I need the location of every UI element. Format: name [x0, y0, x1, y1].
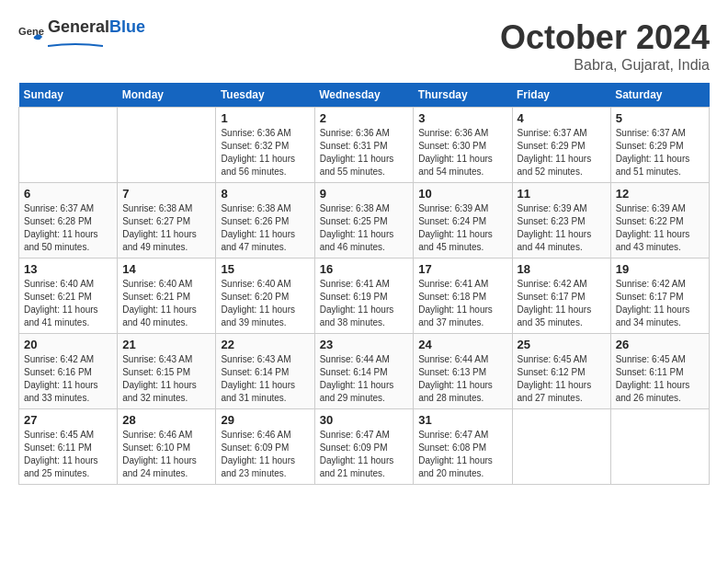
day-number: 17 — [418, 262, 506, 276]
logo: General GeneralBlue — [18, 18, 145, 53]
day-info: Sunrise: 6:36 AM Sunset: 6:30 PM Dayligh… — [418, 127, 506, 178]
month-title: October 2024 — [500, 18, 710, 57]
calendar-cell — [512, 409, 610, 485]
day-number: 28 — [122, 413, 210, 427]
calendar-week-5: 27Sunrise: 6:45 AM Sunset: 6:11 PM Dayli… — [19, 409, 710, 485]
day-number: 10 — [418, 187, 506, 201]
calendar-cell: 20Sunrise: 6:42 AM Sunset: 6:16 PM Dayli… — [19, 334, 118, 409]
day-number: 29 — [221, 413, 309, 427]
calendar-cell — [118, 108, 216, 183]
day-number: 20 — [24, 338, 112, 351]
day-number: 5 — [616, 111, 704, 125]
day-number: 6 — [24, 187, 112, 201]
day-info: Sunrise: 6:40 AM Sunset: 6:21 PM Dayligh… — [122, 278, 210, 329]
day-info: Sunrise: 6:42 AM Sunset: 6:16 PM Dayligh… — [24, 353, 112, 405]
page-header: General GeneralBlue October 2024 Babra, … — [18, 18, 710, 74]
day-number: 9 — [320, 187, 409, 201]
calendar-cell: 2Sunrise: 6:36 AM Sunset: 6:31 PM Daylig… — [314, 108, 414, 183]
calendar-cell: 3Sunrise: 6:36 AM Sunset: 6:30 PM Daylig… — [414, 108, 512, 183]
day-info: Sunrise: 6:38 AM Sunset: 6:25 PM Dayligh… — [320, 202, 409, 254]
calendar-cell — [19, 108, 118, 183]
calendar-cell: 13Sunrise: 6:40 AM Sunset: 6:21 PM Dayli… — [19, 259, 118, 334]
day-number: 21 — [122, 338, 210, 351]
logo-general: General — [48, 17, 109, 36]
day-number: 14 — [122, 262, 210, 276]
day-info: Sunrise: 6:39 AM Sunset: 6:23 PM Dayligh… — [518, 202, 606, 254]
day-info: Sunrise: 6:38 AM Sunset: 6:27 PM Dayligh… — [122, 202, 210, 254]
day-info: Sunrise: 6:44 AM Sunset: 6:14 PM Dayligh… — [320, 353, 409, 405]
calendar-week-3: 13Sunrise: 6:40 AM Sunset: 6:21 PM Dayli… — [19, 259, 710, 334]
day-number: 25 — [518, 338, 606, 351]
day-number: 24 — [418, 338, 506, 351]
day-number: 26 — [616, 338, 704, 351]
calendar-cell: 9Sunrise: 6:38 AM Sunset: 6:25 PM Daylig… — [314, 183, 414, 259]
weekday-header-row: SundayMondayTuesdayWednesdayThursdayFrid… — [19, 83, 710, 108]
day-info: Sunrise: 6:45 AM Sunset: 6:11 PM Dayligh… — [24, 429, 112, 480]
calendar-week-1: 1Sunrise: 6:36 AM Sunset: 6:32 PM Daylig… — [19, 108, 710, 183]
calendar-cell: 25Sunrise: 6:45 AM Sunset: 6:12 PM Dayli… — [512, 334, 610, 409]
weekday-header-wednesday: Wednesday — [314, 83, 414, 108]
day-info: Sunrise: 6:39 AM Sunset: 6:24 PM Dayligh… — [418, 202, 506, 254]
day-number: 23 — [320, 338, 409, 351]
title-block: October 2024 Babra, Gujarat, India — [500, 18, 710, 74]
calendar-cell: 26Sunrise: 6:45 AM Sunset: 6:11 PM Dayli… — [610, 334, 709, 409]
weekday-header-sunday: Sunday — [19, 83, 118, 108]
calendar-week-2: 6Sunrise: 6:37 AM Sunset: 6:28 PM Daylig… — [19, 183, 710, 259]
calendar-cell: 24Sunrise: 6:44 AM Sunset: 6:13 PM Dayli… — [414, 334, 512, 409]
calendar-cell: 23Sunrise: 6:44 AM Sunset: 6:14 PM Dayli… — [314, 334, 414, 409]
day-info: Sunrise: 6:36 AM Sunset: 6:32 PM Dayligh… — [221, 127, 309, 178]
day-info: Sunrise: 6:37 AM Sunset: 6:29 PM Dayligh… — [616, 127, 704, 178]
day-number: 31 — [418, 413, 506, 427]
day-number: 8 — [221, 187, 309, 201]
day-info: Sunrise: 6:41 AM Sunset: 6:19 PM Dayligh… — [320, 278, 409, 329]
calendar-cell: 1Sunrise: 6:36 AM Sunset: 6:32 PM Daylig… — [216, 108, 314, 183]
day-info: Sunrise: 6:40 AM Sunset: 6:21 PM Dayligh… — [24, 278, 112, 329]
day-info: Sunrise: 6:36 AM Sunset: 6:31 PM Dayligh… — [320, 127, 409, 178]
day-number: 7 — [122, 187, 210, 201]
calendar-cell: 18Sunrise: 6:42 AM Sunset: 6:17 PM Dayli… — [512, 259, 610, 334]
day-info: Sunrise: 6:40 AM Sunset: 6:20 PM Dayligh… — [221, 278, 309, 329]
calendar-table: SundayMondayTuesdayWednesdayThursdayFrid… — [18, 83, 710, 485]
day-info: Sunrise: 6:37 AM Sunset: 6:29 PM Dayligh… — [518, 127, 606, 178]
day-number: 11 — [518, 187, 606, 201]
calendar-cell: 16Sunrise: 6:41 AM Sunset: 6:19 PM Dayli… — [314, 259, 414, 334]
day-number: 13 — [24, 262, 112, 276]
calendar-cell: 15Sunrise: 6:40 AM Sunset: 6:20 PM Dayli… — [216, 259, 314, 334]
day-number: 18 — [518, 262, 606, 276]
day-info: Sunrise: 6:41 AM Sunset: 6:18 PM Dayligh… — [418, 278, 506, 329]
day-info: Sunrise: 6:42 AM Sunset: 6:17 PM Dayligh… — [518, 278, 606, 329]
day-info: Sunrise: 6:46 AM Sunset: 6:09 PM Dayligh… — [221, 429, 309, 480]
logo-swoosh — [48, 42, 103, 50]
day-number: 4 — [518, 111, 606, 125]
calendar-cell: 12Sunrise: 6:39 AM Sunset: 6:22 PM Dayli… — [610, 183, 709, 259]
calendar-cell — [610, 409, 709, 485]
day-info: Sunrise: 6:45 AM Sunset: 6:12 PM Dayligh… — [518, 353, 606, 405]
calendar-cell: 27Sunrise: 6:45 AM Sunset: 6:11 PM Dayli… — [19, 409, 118, 485]
day-info: Sunrise: 6:47 AM Sunset: 6:09 PM Dayligh… — [320, 429, 409, 480]
calendar-cell: 14Sunrise: 6:40 AM Sunset: 6:21 PM Dayli… — [118, 259, 216, 334]
calendar-cell: 28Sunrise: 6:46 AM Sunset: 6:10 PM Dayli… — [118, 409, 216, 485]
day-info: Sunrise: 6:46 AM Sunset: 6:10 PM Dayligh… — [122, 429, 210, 480]
location-title: Babra, Gujarat, India — [500, 57, 710, 74]
day-number: 19 — [616, 262, 704, 276]
calendar-cell: 7Sunrise: 6:38 AM Sunset: 6:27 PM Daylig… — [118, 183, 216, 259]
calendar-cell: 31Sunrise: 6:47 AM Sunset: 6:08 PM Dayli… — [414, 409, 512, 485]
calendar-cell: 5Sunrise: 6:37 AM Sunset: 6:29 PM Daylig… — [610, 108, 709, 183]
calendar-cell: 6Sunrise: 6:37 AM Sunset: 6:28 PM Daylig… — [19, 183, 118, 259]
day-number: 30 — [320, 413, 409, 427]
logo-icon: General — [18, 23, 44, 49]
day-info: Sunrise: 6:38 AM Sunset: 6:26 PM Dayligh… — [221, 202, 309, 254]
calendar-cell: 4Sunrise: 6:37 AM Sunset: 6:29 PM Daylig… — [512, 108, 610, 183]
day-number: 3 — [418, 111, 506, 125]
day-number: 22 — [221, 338, 309, 351]
calendar-cell: 22Sunrise: 6:43 AM Sunset: 6:14 PM Dayli… — [216, 334, 314, 409]
calendar-cell: 19Sunrise: 6:42 AM Sunset: 6:17 PM Dayli… — [610, 259, 709, 334]
day-number: 27 — [24, 413, 112, 427]
day-info: Sunrise: 6:43 AM Sunset: 6:15 PM Dayligh… — [122, 353, 210, 405]
calendar-cell: 10Sunrise: 6:39 AM Sunset: 6:24 PM Dayli… — [414, 183, 512, 259]
day-info: Sunrise: 6:43 AM Sunset: 6:14 PM Dayligh… — [221, 353, 309, 405]
calendar-cell: 11Sunrise: 6:39 AM Sunset: 6:23 PM Dayli… — [512, 183, 610, 259]
weekday-header-tuesday: Tuesday — [216, 83, 314, 108]
day-info: Sunrise: 6:47 AM Sunset: 6:08 PM Dayligh… — [418, 429, 506, 480]
logo-blue: Blue — [109, 17, 145, 36]
